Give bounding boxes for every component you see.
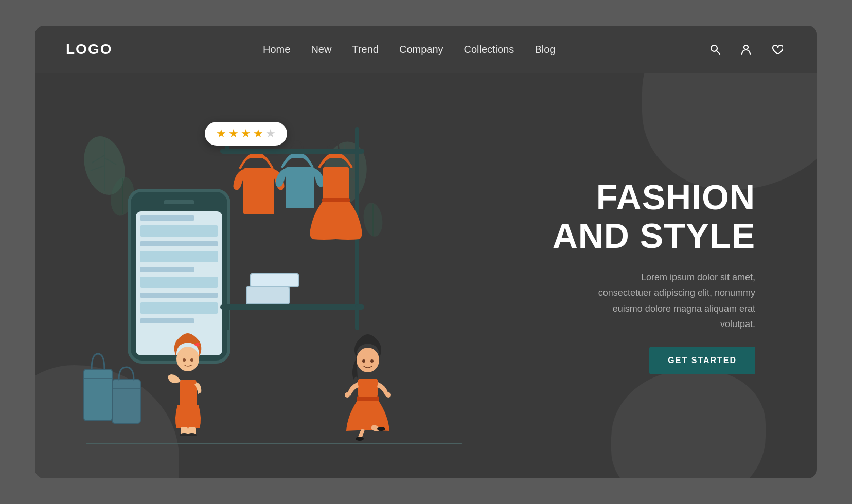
phone-screen-line-5 <box>140 318 194 323</box>
svg-point-2 <box>744 45 748 49</box>
svg-point-46 <box>362 359 365 363</box>
phone-screen-line-1 <box>140 215 194 221</box>
header: LOGO Home New Trend Company Collections … <box>35 26 817 73</box>
svg-point-49 <box>386 392 391 398</box>
main-content: ★ ★ ★ ★ ★ <box>35 73 817 478</box>
star-2: ★ <box>228 127 239 140</box>
nav-item-company[interactable]: Company <box>399 44 443 56</box>
svg-rect-21 <box>112 380 140 423</box>
get-started-button[interactable]: GET STARTED <box>649 347 755 374</box>
star-5-empty: ★ <box>265 127 276 140</box>
phone-screen-block-4 <box>140 302 218 314</box>
svg-point-37 <box>183 358 186 362</box>
nav-item-blog[interactable]: Blog <box>535 44 555 56</box>
svg-point-50 <box>356 437 364 441</box>
star-4: ★ <box>253 127 263 140</box>
svg-rect-18 <box>84 369 112 421</box>
phone-screen-line-3 <box>140 267 194 272</box>
svg-rect-33 <box>323 167 349 201</box>
phone-screen-line-4 <box>140 293 218 298</box>
phone-notch <box>164 200 194 204</box>
phone-screen-block-3 <box>140 277 218 288</box>
hero-title-line1: FASHION <box>596 177 755 217</box>
phone-screen-block-2 <box>140 251 218 262</box>
svg-point-0 <box>711 45 717 51</box>
nav: Home New Trend Company Collections Blog <box>263 44 555 56</box>
svg-rect-34 <box>322 198 350 202</box>
svg-rect-31 <box>243 168 274 214</box>
box-bottom <box>246 286 290 304</box>
svg-point-51 <box>377 427 385 431</box>
star-3: ★ <box>241 127 251 140</box>
text-area: FASHION AND STYLE Lorem ipsum dolor sit … <box>473 178 786 374</box>
svg-line-1 <box>717 51 720 54</box>
svg-point-45 <box>357 348 379 372</box>
box-middle <box>250 273 299 287</box>
nav-item-new[interactable]: New <box>311 44 331 56</box>
clothes-rack <box>215 127 369 333</box>
nav-item-trend[interactable]: Trend <box>352 44 379 56</box>
svg-point-47 <box>370 359 374 363</box>
phone-screen-line-2 <box>140 241 218 246</box>
svg-rect-44 <box>358 379 378 397</box>
user-icon[interactable] <box>737 40 755 59</box>
rating-badge: ★ ★ ★ ★ ★ <box>205 122 287 146</box>
svg-point-36 <box>176 347 199 371</box>
svg-rect-30 <box>355 304 359 330</box>
svg-rect-28 <box>220 304 364 310</box>
phone-screen-block-1 <box>140 225 218 237</box>
nav-item-home[interactable]: Home <box>263 44 290 56</box>
nav-icons <box>706 40 786 59</box>
hero-title: FASHION AND STYLE <box>553 178 755 255</box>
wishlist-icon[interactable] <box>768 40 786 59</box>
svg-rect-25 <box>220 149 364 154</box>
logo: LOGO <box>66 41 112 58</box>
svg-point-48 <box>345 392 350 398</box>
girl-right <box>342 333 394 443</box>
girl-left <box>166 333 210 438</box>
page-wrapper: LOGO Home New Trend Company Collections … <box>35 26 817 478</box>
illustration-area: ★ ★ ★ ★ ★ <box>66 73 473 478</box>
nav-item-collections[interactable]: Collections <box>464 44 514 56</box>
search-icon[interactable] <box>706 40 724 59</box>
star-1: ★ <box>216 127 226 140</box>
svg-rect-29 <box>225 304 229 330</box>
star-rating: ★ ★ ★ ★ ★ <box>216 127 276 140</box>
hero-description: Lorem ipsum dolor sit amet, consectetuer… <box>591 269 755 332</box>
ground-line <box>86 443 462 444</box>
hero-title-line2: AND STYLE <box>553 216 755 255</box>
svg-point-38 <box>190 358 193 362</box>
svg-rect-32 <box>286 167 314 208</box>
